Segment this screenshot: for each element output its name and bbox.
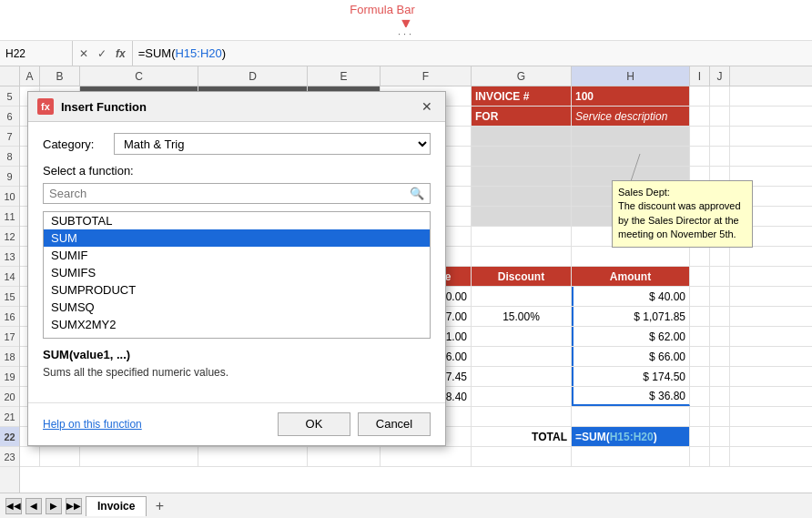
formula-bar-arrow: ▼: [399, 16, 413, 27]
formula-bar-annotation: Formula Bar: [323, 3, 442, 16]
